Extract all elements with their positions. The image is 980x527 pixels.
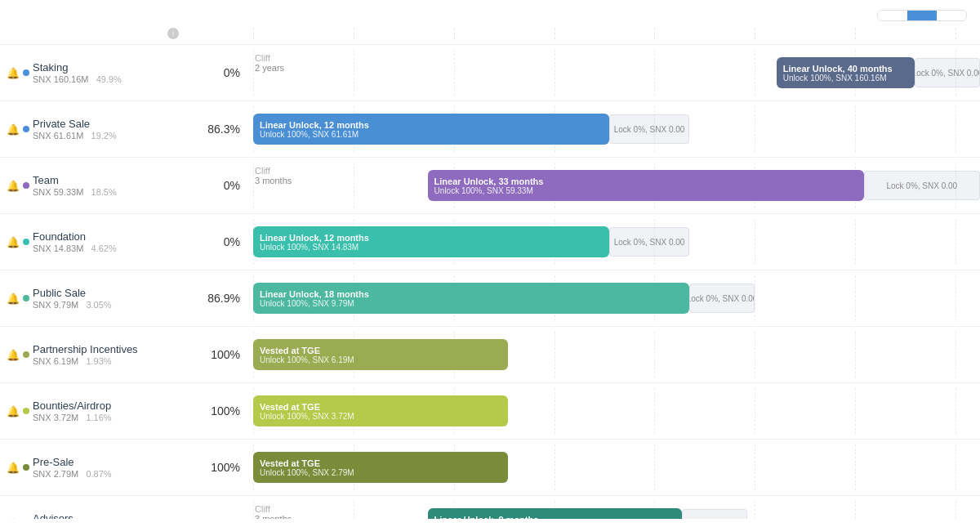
- vesting-bar[interactable]: Linear Unlock, 9 months Unlock 100%, SNX…: [428, 508, 683, 519]
- round-info: 🔔 Team SNX 59.33M 18.5%: [0, 174, 163, 197]
- bell-icon: 🔔: [7, 293, 20, 305]
- view-toggle: [877, 10, 967, 21]
- cliff-label: Cliff2 years: [255, 53, 284, 73]
- round-info: 🔔 Bounties/Airdrop SNX 3.72M 1.16%: [0, 400, 163, 422]
- bar-title: Vested at TGE: [260, 402, 501, 412]
- column-headers: i: [0, 28, 980, 45]
- vesting-bar[interactable]: Lock 0%, SNX 0.00: [864, 171, 980, 200]
- vesting-bar[interactable]: Vested at TGE Unlock 100%, SNX 3.72M: [253, 395, 508, 427]
- vesting-bar[interactable]: Lock 0%, SNX 0.00: [609, 114, 689, 144]
- round-name: Private Sale: [33, 118, 117, 130]
- timeline-header-6: [855, 28, 956, 39]
- tge-cell: 0%: [163, 179, 253, 192]
- tge-cell: 0%: [163, 235, 253, 248]
- vesting-bar[interactable]: Vested at TGE Unlock 100%, SNX 6.19M: [253, 339, 508, 370]
- timeline-view-btn[interactable]: [907, 11, 937, 20]
- round-text: Bounties/Airdrop SNX 3.72M 1.16%: [33, 400, 112, 422]
- table-row: 🔔 Advisors SNX 2.47M 0.77% 0%Cliff3 mont…: [0, 496, 980, 519]
- timeline-cell: Vested at TGE Unlock 100%, SNX 3.72M: [253, 388, 980, 434]
- bar-sub: Unlock 100%, SNX 59.33M: [434, 186, 858, 195]
- round-sub: SNX 6.19M 1.93%: [33, 356, 138, 366]
- main-content: i 🔔 Staking SNX 160.16M 49.9%: [0, 28, 980, 519]
- round-text: Public Sale SNX 9.79M 3.05%: [33, 287, 112, 310]
- table-row: 🔔 Staking SNX 160.16M 49.9% 0%Cliff2 yea…: [0, 45, 980, 101]
- round-name: Partnership Incentives: [33, 343, 138, 355]
- tge-cell: 100%: [163, 348, 253, 361]
- bar-title: Linear Unlock, 9 months: [434, 515, 676, 520]
- timeline-header-1: [354, 28, 454, 39]
- round-col-header: [0, 28, 163, 39]
- tge-col-header: i: [163, 28, 253, 39]
- bar-lock-label: Lock 0%, SNX 0.00: [915, 69, 980, 78]
- round-sub: SNX 9.79M 3.05%: [33, 300, 112, 310]
- round-info: 🔔 Partnership Incentives SNX 6.19M 1.93%: [0, 343, 163, 366]
- tge-cell: 100%: [163, 404, 253, 418]
- bar-lock-label: Lock 0%, SNX 0.00: [689, 294, 755, 303]
- tge-cell: 86.9%: [163, 292, 253, 305]
- bell-icon: 🔔: [7, 67, 20, 79]
- vesting-bar[interactable]: Linear Unlock, 40 months Unlock 100%, SN…: [777, 57, 915, 88]
- vesting-bar[interactable]: Lock 0%, SNX 0.00: [689, 284, 755, 313]
- round-sub: SNX 61.61M 19.2%: [33, 131, 117, 141]
- chart-view-btn[interactable]: [937, 11, 966, 20]
- timeline-cell: Cliff3 months Linear Unlock, 9 months Un…: [253, 501, 980, 519]
- vesting-bar[interactable]: Vested at TGE Unlock 100%, SNX 2.79M: [253, 452, 508, 483]
- round-text: Staking SNX 160.16M 49.9%: [33, 61, 122, 84]
- bar-title: Vested at TGE: [260, 346, 501, 355]
- round-text: Advisors SNX 2.47M 0.77%: [33, 512, 112, 519]
- vesting-bar[interactable]: Linear Unlock, 12 months Unlock 100%, SN…: [253, 226, 609, 257]
- table-row: 🔔 Private Sale SNX 61.61M 19.2% 86.3% Li…: [0, 101, 980, 158]
- page: i 🔔 Staking SNX 160.16M 49.9%: [0, 0, 980, 527]
- tge-cell: 86.3%: [163, 123, 253, 136]
- bar-sub: Unlock 100%, SNX 9.79M: [260, 299, 683, 308]
- table-row: 🔔 Foundation SNX 14.83M 4.62% 0% Linear …: [0, 214, 980, 270]
- round-sub: SNX 59.33M 18.5%: [33, 187, 117, 197]
- vesting-bar[interactable]: Lock 0%, SNX 0.00: [915, 58, 980, 87]
- timeline-headers: [253, 28, 980, 39]
- round-sub: SNX 2.79M 0.87%: [33, 469, 112, 479]
- bar-title: Linear Unlock, 12 months: [260, 120, 603, 130]
- vesting-bar[interactable]: Linear Unlock, 18 months Unlock 100%, SN…: [253, 283, 689, 314]
- tge-info-icon[interactable]: i: [167, 28, 179, 39]
- rows-container: 🔔 Staking SNX 160.16M 49.9% 0%Cliff2 yea…: [0, 45, 980, 519]
- bar-title: Linear Unlock, 18 months: [260, 289, 683, 299]
- round-info: 🔔 Private Sale SNX 61.61M 19.2%: [0, 118, 163, 141]
- table-view-btn[interactable]: [878, 11, 907, 20]
- timeline-header-0: [253, 28, 354, 39]
- timeline-header-2: [454, 28, 555, 39]
- table-row: 🔔 Partnership Incentives SNX 6.19M 1.93%…: [0, 327, 980, 383]
- round-text: Foundation SNX 14.83M 4.62%: [33, 230, 117, 253]
- table-row: 🔔 Bounties/Airdrop SNX 3.72M 1.16% 100% …: [0, 383, 980, 440]
- round-name: Pre-Sale: [33, 456, 112, 468]
- round-text: Partnership Incentives SNX 6.19M 1.93%: [33, 343, 138, 366]
- timeline-cell: Linear Unlock, 12 months Unlock 100%, SN…: [253, 219, 980, 265]
- bar-sub: Unlock 100%, SNX 61.61M: [260, 130, 603, 139]
- round-name: Public Sale: [33, 287, 112, 299]
- timeline-header-5: [755, 28, 855, 39]
- bell-icon: 🔔: [7, 462, 20, 474]
- vesting-bar[interactable]: Lock 0%, SNX 0.00: [682, 509, 747, 519]
- timeline-header-3: [555, 28, 655, 39]
- round-info: 🔔 Foundation SNX 14.83M 4.62%: [0, 230, 163, 253]
- bell-icon: 🔔: [7, 405, 20, 418]
- round-dot: [23, 239, 29, 245]
- vesting-bar[interactable]: Lock 0%, SNX 0.00: [609, 227, 689, 257]
- round-sub: SNX 160.16M 49.9%: [33, 74, 122, 84]
- tge-cell: 0%: [163, 66, 253, 79]
- round-name: Team: [33, 174, 117, 186]
- bell-icon: 🔔: [7, 518, 20, 520]
- table-row: 🔔 Team SNX 59.33M 18.5% 0%Cliff3 months …: [0, 158, 980, 214]
- timeline-cell: Linear Unlock, 18 months Unlock 100%, SN…: [253, 275, 980, 321]
- timeline-header-4: [654, 28, 755, 39]
- round-text: Pre-Sale SNX 2.79M 0.87%: [33, 456, 112, 479]
- round-dot: [23, 408, 29, 414]
- vesting-bar[interactable]: Linear Unlock, 12 months Unlock 100%, SN…: [253, 114, 609, 145]
- round-dot: [23, 351, 29, 358]
- bell-icon: 🔔: [7, 236, 20, 248]
- bell-icon: 🔔: [7, 123, 20, 136]
- vesting-bar[interactable]: Linear Unlock, 33 months Unlock 100%, SN…: [428, 170, 864, 201]
- round-sub: SNX 14.83M 4.62%: [33, 243, 117, 253]
- bar-lock-label: Lock 0%, SNX 0.00: [614, 125, 685, 134]
- timeline-header-7: [956, 28, 980, 39]
- tge-cell: 0%: [163, 517, 253, 519]
